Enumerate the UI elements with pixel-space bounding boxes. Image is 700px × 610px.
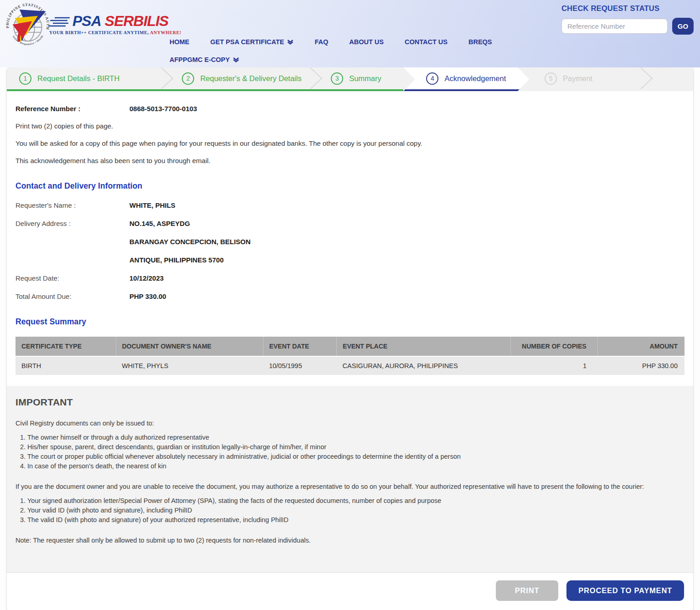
instruction-email-sent: This acknowledgement has also been sent … <box>15 157 685 164</box>
step-5-payment: 5 Payment <box>529 67 647 91</box>
important-title: IMPORTANT <box>15 397 685 408</box>
list-item: In case of the person's death, the neare… <box>27 461 685 471</box>
requester-limit-note: Note: The requester shall only be allowe… <box>15 537 685 544</box>
col-amount: AMOUNT <box>597 337 685 356</box>
nav-home[interactable]: HOME <box>170 38 190 46</box>
col-certificate-type: CERTIFICATE TYPE <box>15 337 116 356</box>
requester-name-row: Requester's Name : WHITE, PHILS <box>15 201 685 209</box>
chevron-down-icon <box>287 40 293 45</box>
nav-row-1: HOME GET PSA CERTIFICATE FAQ ABOUT US CO… <box>170 38 492 46</box>
check-request-status: CHECK REQUEST STATUS GO <box>561 4 694 35</box>
cell-number-of-copies: 1 <box>510 356 597 375</box>
svg-text:PHILIPPINE STATISTICS AUTHORIT: PHILIPPINE STATISTICS AUTHORITY <box>5 1 50 31</box>
request-summary-title: Request Summary <box>15 317 685 327</box>
logo-psa-text: PSA <box>72 13 101 30</box>
representative-intro: If you are the document owner and you ar… <box>15 483 685 490</box>
cell-event-place: CASIGURAN, AURORA, PHILIPPINES <box>337 356 511 375</box>
main-nav: HOME GET PSA CERTIFICATE FAQ ABOUT US CO… <box>170 38 492 63</box>
step-2-requester-delivery[interactable]: 2 Requester's & Delivery Details <box>167 67 316 91</box>
acknowledgement-content: Reference Number : 0868-5013-7700-0103 P… <box>7 91 693 375</box>
step-3-summary[interactable]: 3 Summary <box>316 67 403 91</box>
step-5-label: Payment <box>563 74 592 83</box>
list-item: Your valid ID (with photo and signature)… <box>27 506 685 515</box>
total-amount-row: Total Amount Due: PHP 330.00 <box>15 292 685 300</box>
psa-globe-icon: PHILIPPINE STATISTICS AUTHORITY Solid • … <box>5 1 51 51</box>
cell-amount: PHP 330.00 <box>597 356 685 375</box>
step-1-label: Request Details - BIRTH <box>37 74 119 83</box>
speed-lines-icon <box>48 15 70 27</box>
progress-steps: 1 Request Details - BIRTH 2 Requester's … <box>7 67 693 91</box>
steps-filler <box>647 67 693 91</box>
important-intro: Civil Registry documents can only be iss… <box>15 420 685 427</box>
step-1-number: 1 <box>19 72 31 85</box>
cell-event-date: 10/05/1995 <box>263 356 336 375</box>
step-2-label: Requester's & Delivery Details <box>200 74 301 83</box>
logo-tagline: YOUR BIRTH++ CERTIFICATE ANYTIME, ANYWHE… <box>49 30 181 35</box>
reference-number-input[interactable] <box>561 19 668 34</box>
step-4-number: 4 <box>426 72 438 85</box>
delivery-address-line1: NO.145, ASPEYDG <box>129 220 190 227</box>
card-footer: PRINT PROCEED TO PAYMENT <box>7 572 693 610</box>
step-3-number: 3 <box>331 72 343 85</box>
proceed-to-payment-button[interactable]: PROCEED TO PAYMENT <box>566 580 684 601</box>
chevron-down-icon <box>233 57 239 62</box>
step-separator-icon <box>161 67 174 89</box>
print-button[interactable]: PRINT <box>496 580 559 601</box>
go-button[interactable]: GO <box>672 18 694 35</box>
logo-serbilis-text: SERBILIS <box>105 13 169 30</box>
delivery-address-row3: ANTIQUE, PHILIPPINES 5700 <box>15 256 685 264</box>
table-row: BIRTH WHITE, PHYLS 10/05/1995 CASIGURAN,… <box>15 356 685 375</box>
delivery-address-line2: BARANGAY CONCEPCION, BELISON <box>129 238 251 246</box>
reference-number-label: Reference Number : <box>15 105 129 113</box>
step-4-acknowledgement[interactable]: 4 Acknowledgement <box>403 67 529 91</box>
check-request-status-title: CHECK REQUEST STATUS <box>561 4 694 13</box>
cell-document-owner: WHITE, PHYLS <box>116 356 263 375</box>
col-event-place: EVENT PLACE <box>337 337 511 356</box>
main-card: 1 Request Details - BIRTH 2 Requester's … <box>6 67 694 610</box>
representative-requirements-list: Your signed authorization letter/Special… <box>27 496 685 525</box>
list-item: Your signed authorization letter/Special… <box>27 496 685 506</box>
nav-row-2: AFPPGMC E-COPY <box>170 56 492 63</box>
request-summary-table: CERTIFICATE TYPE DOCUMENT OWNER'S NAME E… <box>15 337 685 375</box>
issued-to-list: The owner himself or through a duly auth… <box>27 433 685 471</box>
nav-afppgmc-ecopy[interactable]: AFPPGMC E-COPY <box>170 56 239 63</box>
nav-about-us[interactable]: ABOUT US <box>349 38 384 46</box>
nav-breqs[interactable]: BREQS <box>468 38 492 46</box>
reference-number-row: Reference Number : 0868-5013-7700-0103 <box>15 105 685 113</box>
request-date-row: Request Date: 10/12/2023 <box>15 274 685 282</box>
psa-wordmark: PSA SERBILIS YOUR BIRTH++ CERTIFICATE AN… <box>48 13 181 35</box>
nav-get-psa-certificate[interactable]: GET PSA CERTIFICATE <box>211 38 294 46</box>
delivery-address-row2: BARANGAY CONCEPCION, BELISON <box>15 238 685 246</box>
reference-number-value: 0868-5013-7700-0103 <box>129 105 197 113</box>
total-amount-value: PHP 330.00 <box>129 292 166 300</box>
step-1-request-details[interactable]: 1 Request Details - BIRTH <box>7 67 167 91</box>
cell-certificate-type: BIRTH <box>15 356 116 375</box>
contact-delivery-title: Contact and Delivery Information <box>15 181 685 191</box>
col-event-date: EVENT DATE <box>263 337 336 356</box>
delivery-address-row: Delivery Address : NO.145, ASPEYDG <box>15 220 685 227</box>
step-separator-icon <box>310 67 323 89</box>
step-5-number: 5 <box>545 72 557 85</box>
request-date-value: 10/12/2023 <box>129 274 164 282</box>
list-item: His/her spouse, parent, direct descendan… <box>27 442 685 452</box>
step-3-label: Summary <box>349 74 381 83</box>
nav-faq[interactable]: FAQ <box>314 38 328 46</box>
requester-name-value: WHITE, PHILS <box>129 201 175 209</box>
important-section: IMPORTANT Civil Registry documents can o… <box>7 386 693 572</box>
site-header: PHILIPPINE STATISTICS AUTHORITY Solid • … <box>0 0 700 67</box>
step-4-label: Acknowledgement <box>444 74 506 83</box>
instruction-print-copies: Print two (2) copies of this page. <box>15 122 685 130</box>
step-2-number: 2 <box>182 72 194 85</box>
nav-contact-us[interactable]: CONTACT US <box>405 38 448 46</box>
col-number-of-copies: NUMBER OF COPIES <box>510 337 597 356</box>
step-separator-icon <box>640 67 653 89</box>
psa-logo[interactable]: PHILIPPINE STATISTICS AUTHORITY Solid • … <box>5 1 181 51</box>
list-item: The court or proper public official when… <box>27 452 685 461</box>
list-item: The owner himself or through a duly auth… <box>27 433 685 442</box>
list-item: The valid ID (with photo and signature) … <box>27 515 685 525</box>
delivery-address-line3: ANTIQUE, PHILIPPINES 5700 <box>129 256 224 264</box>
instruction-bank-copy: You will be asked for a copy of this pag… <box>15 139 685 147</box>
col-document-owner: DOCUMENT OWNER'S NAME <box>116 337 263 356</box>
table-header-row: CERTIFICATE TYPE DOCUMENT OWNER'S NAME E… <box>15 337 685 356</box>
